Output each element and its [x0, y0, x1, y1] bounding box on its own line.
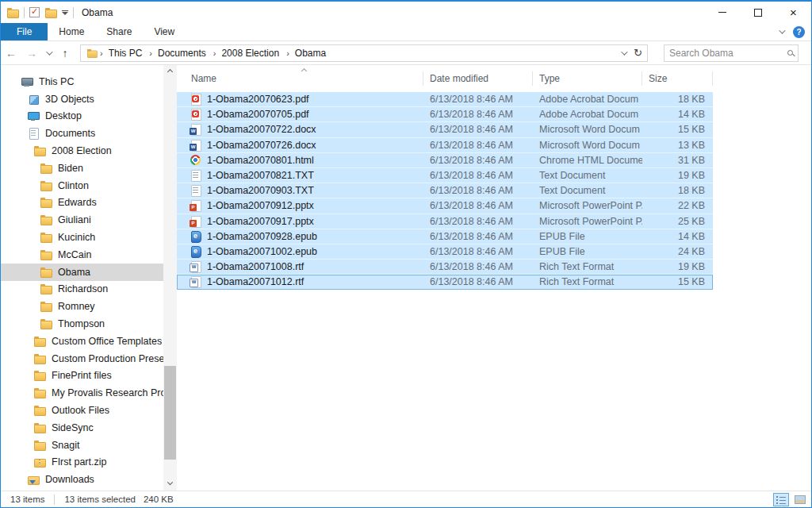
- sidebar-item[interactable]: Edwards: [1, 194, 177, 212]
- address-dropdown-chevron-icon[interactable]: [621, 48, 627, 55]
- refresh-icon[interactable]: ↻: [634, 47, 642, 59]
- customize-qat-chevron-icon[interactable]: [62, 10, 68, 15]
- file-row[interactable]: 1-Obama20070801.html 6/13/2018 8:46 AM C…: [177, 153, 713, 168]
- file-row[interactable]: 1-Obama20071002.epub 6/13/2018 8:46 AM E…: [177, 244, 713, 260]
- sidebar-scrollbar[interactable]: [163, 65, 177, 491]
- maximize-button[interactable]: [740, 2, 776, 23]
- sidebar-item[interactable]: FinePrint files: [1, 368, 177, 385]
- breadcrumb-separator: ›: [98, 48, 105, 58]
- tab-file[interactable]: File: [1, 23, 48, 40]
- sidebar-item[interactable]: 2008 Election: [1, 142, 177, 160]
- file-row[interactable]: 1-Obama20071012.rtf 6/13/2018 8:46 AM Ri…: [177, 275, 713, 290]
- sidebar-item[interactable]: Romney: [1, 298, 177, 315]
- sidebar-item[interactable]: Documents: [1, 125, 177, 142]
- sidebar-item[interactable]: Biden: [1, 160, 177, 177]
- address-bar[interactable]: › This PC › Documents › 2008 Election: [80, 44, 648, 62]
- sidebar-item[interactable]: FIrst part.zip: [1, 454, 177, 471]
- folder-icon: [33, 387, 46, 399]
- breadcrumb-item[interactable]: Documents: [154, 48, 210, 59]
- file-name: 1-Obama20070903.TXT: [207, 185, 314, 196]
- tab-home[interactable]: Home: [48, 23, 95, 40]
- rtf-icon: [190, 275, 202, 288]
- breadcrumb-item[interactable]: 2008 Election: [217, 48, 283, 59]
- breadcrumb-item[interactable]: This PC: [105, 48, 147, 59]
- expand-ribbon-chevron-icon[interactable]: [779, 27, 785, 33]
- file-row[interactable]: 1-Obama20070726.docx 6/13/2018 8:46 AM M…: [177, 138, 713, 153]
- sidebar-item[interactable]: This PC: [1, 73, 177, 90]
- maximize-icon: [754, 9, 762, 17]
- sidebar-item-label: Giuliani: [58, 214, 91, 225]
- column-header-type[interactable]: Type: [533, 71, 642, 86]
- file-row[interactable]: 1-Obama20070903.TXT 6/13/2018 8:46 AM Te…: [177, 183, 713, 198]
- tab-share[interactable]: Share: [95, 23, 143, 40]
- sidebar-item[interactable]: Giuliani: [1, 211, 177, 229]
- forward-button[interactable]: →: [23, 44, 40, 62]
- window-controls: ×: [704, 2, 811, 23]
- breadcrumb-item[interactable]: Obama: [291, 48, 330, 59]
- file-size: 14 KB: [642, 231, 713, 242]
- file-date-modified: 6/13/2018 8:46 AM: [423, 155, 533, 166]
- details-view-button[interactable]: [773, 493, 789, 506]
- sidebar-item[interactable]: 3D Objects: [1, 90, 177, 108]
- file-type: EPUB File: [533, 246, 642, 257]
- sidebar-item[interactable]: Kucinich: [1, 229, 177, 246]
- file-row[interactable]: 1-Obama20070821.TXT 6/13/2018 8:46 AM Te…: [177, 168, 713, 183]
- file-name: 1-Obama20070623.pdf: [207, 94, 309, 105]
- folder-icon: [40, 283, 52, 295]
- file-row[interactable]: 1-Obama20070722.docx 6/13/2018 8:46 AM M…: [177, 122, 713, 137]
- sidebar-item[interactable]: McCain: [1, 246, 177, 264]
- scroll-down-icon[interactable]: [168, 478, 172, 491]
- sidebar-item[interactable]: Clinton: [1, 177, 177, 194]
- recent-locations-chevron-icon[interactable]: [44, 44, 53, 62]
- scrollbar-track[interactable]: [163, 78, 177, 478]
- sidebar-item[interactable]: Desktop: [1, 108, 177, 125]
- scroll-up-icon[interactable]: [168, 65, 172, 78]
- properties-checkbox-icon[interactable]: [29, 7, 40, 17]
- new-folder-icon[interactable]: [44, 6, 57, 19]
- sidebar-item[interactable]: Thompson: [1, 315, 177, 333]
- folder-icon: [33, 439, 46, 452]
- tab-view[interactable]: View: [143, 23, 186, 40]
- help-icon[interactable]: ?: [793, 26, 805, 38]
- file-size: 15 KB: [642, 276, 713, 287]
- sidebar-item[interactable]: Obama: [1, 264, 177, 281]
- sidebar-item[interactable]: Snagit: [1, 437, 177, 454]
- zip-icon: [33, 456, 46, 468]
- file-date-modified: 6/13/2018 8:46 AM: [423, 216, 533, 227]
- file-row[interactable]: 1-Obama20070917.pptx 6/13/2018 8:46 AM M…: [177, 214, 713, 229]
- folder-icon: [33, 404, 46, 417]
- close-button[interactable]: ×: [776, 2, 811, 23]
- file-row[interactable]: 1-Obama20070623.pdf 6/13/2018 8:46 AM Ad…: [177, 92, 713, 107]
- search-input[interactable]: [669, 48, 787, 59]
- divider: [24, 7, 25, 18]
- scrollbar-thumb[interactable]: [164, 366, 176, 460]
- file-type: Rich Text Format: [533, 261, 642, 272]
- column-header-size[interactable]: Size: [642, 71, 713, 86]
- sidebar-item[interactable]: My Provalis Research Projects: [1, 384, 177, 402]
- column-header-name[interactable]: Name: [177, 71, 423, 86]
- documents-icon: [27, 127, 40, 140]
- sidebar-item[interactable]: Custom Office Templates: [1, 333, 177, 350]
- file-row[interactable]: 1-Obama20070912.pptx 6/13/2018 8:46 AM M…: [177, 198, 713, 214]
- main-content: This PC 3D Objects Desktop Documents: [1, 65, 811, 491]
- file-row[interactable]: 1-Obama20071008.rtf 6/13/2018 8:46 AM Ri…: [177, 260, 713, 275]
- search-icon[interactable]: [787, 50, 793, 56]
- folder-icon: [40, 162, 52, 175]
- sidebar-item-label: Thompson: [58, 318, 105, 329]
- back-button[interactable]: ←: [2, 44, 20, 62]
- up-button[interactable]: ↑: [56, 44, 74, 62]
- word-icon: [190, 139, 202, 152]
- sidebar-item[interactable]: Richardson: [1, 281, 177, 298]
- sidebar-item[interactable]: Downloads: [1, 471, 177, 488]
- ppt-icon: [190, 215, 202, 228]
- sidebar-item[interactable]: Outlook Files: [1, 402, 177, 419]
- sidebar-item[interactable]: SideSync: [1, 419, 177, 437]
- thumbnail-view-button[interactable]: [792, 493, 808, 506]
- file-row[interactable]: 1-Obama20070705.pdf 6/13/2018 8:46 AM Ad…: [177, 107, 713, 122]
- column-header-date-modified[interactable]: Date modified: [423, 71, 533, 86]
- file-row[interactable]: 1-Obama20070928.epub 6/13/2018 8:46 AM E…: [177, 229, 713, 244]
- file-date-modified: 6/13/2018 8:46 AM: [423, 109, 533, 120]
- minimize-button[interactable]: [704, 2, 740, 23]
- chrome-icon: [190, 154, 202, 167]
- sidebar-item[interactable]: Custom Production Presets 9.0: [1, 350, 177, 368]
